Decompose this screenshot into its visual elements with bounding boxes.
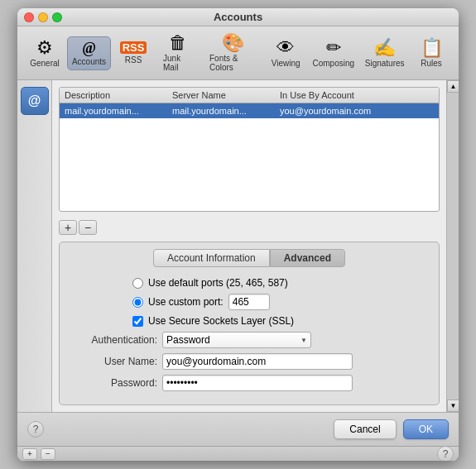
toolbar-item-rules[interactable]: 📋 Rules (411, 35, 452, 72)
custom-port-label: Use custom port: (148, 296, 224, 308)
signatures-label: Signatures (365, 59, 405, 68)
authentication-label: Authentication: (66, 334, 157, 346)
username-input[interactable] (162, 353, 353, 370)
junkmail-icon: 🗑 (169, 34, 187, 52)
tabs: Account Information Advanced (66, 249, 432, 267)
cancel-button[interactable]: Cancel (334, 419, 396, 439)
toolbar-item-fontscolors[interactable]: 🎨 Fonts & Colors (202, 30, 263, 76)
accounts-label: Accounts (72, 57, 106, 66)
add-account-button[interactable]: + (59, 220, 77, 235)
col-description: Description (65, 90, 172, 100)
cell-inuse: you@yourdomain.com (280, 106, 434, 116)
sidebar-at-icon: @ (28, 93, 41, 108)
password-input[interactable] (162, 375, 353, 391)
table-body: mail.yourdomain... mail.yourdomain... yo… (60, 103, 439, 211)
main-window: Accounts ⚙ General @ Accounts RSS RSS 🗑 … (17, 8, 459, 461)
rss-icon: RSS (120, 41, 147, 54)
fontscolors-label: Fonts & Colors (209, 54, 256, 72)
tab-account-info[interactable]: Account Information (153, 249, 270, 267)
viewing-icon: 👁 (276, 39, 295, 57)
password-row: Password: (66, 375, 432, 391)
table-row[interactable]: mail.yourdomain... mail.yourdomain... yo… (60, 103, 439, 118)
username-label: User Name: (66, 356, 157, 367)
toolbar-item-composing[interactable]: ✏ Composing (308, 35, 358, 72)
col-inuse: In Use By Account (280, 90, 434, 100)
scroll-down-button[interactable]: ▼ (447, 400, 459, 412)
remove-account-button[interactable]: − (79, 220, 97, 235)
fontscolors-icon: 🎨 (222, 34, 244, 52)
authentication-row: Authentication: Password MD5 Challenge-R… (66, 332, 432, 348)
default-ports-radio[interactable] (132, 278, 143, 289)
scrollbar-right: ▲ ▼ (446, 80, 459, 412)
main-content: @ Description Server Name In Use By Acco… (17, 80, 459, 412)
toolbar-item-junkmail[interactable]: 🗑 Junk Mail (156, 30, 200, 76)
toolbar-item-rss[interactable]: RSS RSS (113, 37, 154, 69)
rules-label: Rules (421, 59, 442, 68)
bottom-bar: + − ? (17, 446, 459, 461)
minimize-button[interactable] (38, 12, 48, 22)
bottom-add-button[interactable]: + (22, 448, 37, 460)
table-controls: + − (59, 220, 440, 235)
bottom-remove-button[interactable]: − (41, 448, 55, 460)
help-button[interactable]: ? (27, 421, 44, 438)
footer: ? Cancel OK (17, 412, 459, 446)
tab-advanced[interactable]: Advanced (270, 249, 345, 267)
composing-label: Composing (312, 59, 354, 68)
bottom-help-button[interactable]: ? (437, 446, 454, 462)
general-icon: ⚙ (36, 39, 53, 57)
default-ports-row: Use default ports (25, 465, 587) (66, 277, 432, 289)
default-ports-label: Use default ports (25, 465, 587) (148, 277, 288, 289)
traffic-lights (24, 12, 62, 22)
rules-icon: 📋 (421, 39, 443, 57)
content-area: Description Server Name In Use By Accoun… (52, 80, 446, 412)
toolbar-item-viewing[interactable]: 👁 Viewing (265, 35, 306, 72)
scroll-up-button[interactable]: ▲ (447, 80, 459, 93)
junkmail-label: Junk Mail (163, 54, 193, 72)
custom-port-row: Use custom port: 465 (66, 294, 432, 310)
password-label: Password: (66, 377, 157, 389)
cell-servername: mail.yourdomain... (172, 106, 280, 116)
close-button[interactable] (24, 12, 34, 22)
ssl-checkbox[interactable] (132, 316, 143, 327)
window-title: Accounts (214, 11, 262, 23)
username-row: User Name: (66, 353, 432, 370)
authentication-select[interactable]: Password MD5 Challenge-Response NTLM Ker… (162, 332, 311, 348)
tab-section: Account Information Advanced Use default… (59, 242, 440, 405)
authentication-select-wrapper: Password MD5 Challenge-Response NTLM Ker… (162, 332, 311, 348)
toolbar-item-accounts[interactable]: @ Accounts (67, 36, 111, 70)
custom-port-radio[interactable] (132, 297, 143, 308)
accounts-icon: @ (82, 41, 96, 55)
sidebar: @ (17, 80, 52, 412)
sidebar-item-accounts[interactable]: @ (21, 87, 49, 115)
table-header: Description Server Name In Use By Accoun… (60, 88, 439, 103)
maximize-button[interactable] (52, 12, 62, 22)
col-servername: Server Name (172, 90, 280, 100)
toolbar-item-general[interactable]: ⚙ General (24, 35, 65, 72)
signatures-icon: ✍ (373, 39, 396, 57)
viewing-label: Viewing (272, 59, 301, 68)
toolbar: ⚙ General @ Accounts RSS RSS 🗑 Junk Mail… (17, 26, 459, 80)
titlebar: Accounts (17, 8, 459, 26)
ssl-row: Use Secure Sockets Layer (SSL) (66, 315, 432, 327)
ok-button[interactable]: OK (403, 419, 449, 439)
cell-description: mail.yourdomain... (65, 106, 172, 116)
composing-icon: ✏ (326, 39, 341, 57)
ssl-label: Use Secure Sockets Layer (SSL) (148, 315, 294, 327)
custom-port-input[interactable]: 465 (228, 294, 270, 310)
footer-buttons: Cancel OK (334, 419, 449, 439)
accounts-table: Description Server Name In Use By Accoun… (59, 87, 440, 212)
toolbar-item-signatures[interactable]: ✍ Signatures (360, 35, 409, 72)
rss-label: RSS (125, 55, 142, 65)
scroll-track[interactable] (447, 93, 459, 400)
general-label: General (30, 59, 60, 68)
